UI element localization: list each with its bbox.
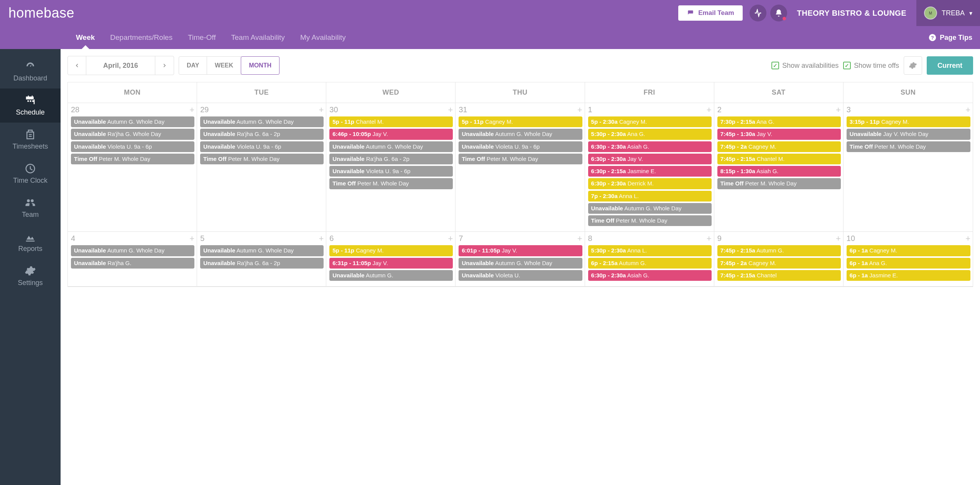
add-shift-button[interactable]: +	[707, 106, 712, 114]
subnav-tab-team-availability[interactable]: Team Availability	[224, 26, 293, 49]
calendar-event[interactable]: Unavailable Autumn G. Whole Day	[459, 129, 582, 139]
calendar-event[interactable]: 6:30p - 2:30a Derrick M.	[588, 178, 712, 189]
calendar-event[interactable]: 7:45p - 2:15a Chantel M.	[717, 154, 841, 164]
show-availabilities-checkbox[interactable]: ✓ Show availabilities	[771, 62, 839, 70]
calendar-event[interactable]: 3:15p - 11p Cagney M.	[847, 116, 970, 127]
sidebar-item-label: Timesheets	[13, 143, 48, 151]
sidebar-item-dashboard[interactable]: Dashboard	[0, 54, 61, 88]
prev-month-button[interactable]	[68, 56, 86, 75]
sidebar-item-timesheets[interactable]: Timesheets	[0, 123, 61, 157]
calendar-event[interactable]: Time Off Peter M. Whole Day	[717, 178, 841, 189]
subnav-tab-departments-roles[interactable]: Departments/Roles	[102, 26, 180, 49]
month-nav: April, 2016	[67, 56, 174, 75]
calendar-event[interactable]: 7:45p - 1:30a Jay V.	[717, 129, 841, 139]
dow-header: SUN	[844, 82, 973, 103]
calendar-event[interactable]: 6:30p - 2:30a Asiah G.	[588, 270, 712, 281]
calendar-event[interactable]: Unavailable Autumn G. Whole Day	[200, 116, 324, 127]
calendar-event[interactable]: 5p - 11p Cagney M.	[459, 116, 582, 127]
calendar-event[interactable]: 7:45p - 2a Cagney M.	[717, 141, 841, 152]
subnav-tab-my-availability[interactable]: My Availability	[293, 26, 354, 49]
calendar-event[interactable]: 7:30p - 2:15a Ana G.	[717, 116, 841, 127]
email-team-button[interactable]: Email Team	[678, 5, 742, 21]
sidebar-item-team[interactable]: Team	[0, 191, 61, 225]
view-day-button[interactable]: DAY	[179, 56, 207, 75]
calendar-event[interactable]: Unavailable Ra'jha G. 6a - 2p	[329, 154, 453, 164]
calendar-event[interactable]: 6p - 1a Cagney M.	[847, 245, 970, 256]
calendar-event[interactable]: Unavailable Violeta U. 9a - 6p	[71, 141, 194, 152]
add-shift-button[interactable]: +	[577, 106, 582, 114]
add-shift-button[interactable]: +	[448, 106, 453, 114]
calendar-event[interactable]: 6:30p - 2:30a Asiah G.	[588, 141, 712, 152]
calendar-event[interactable]: Unavailable Autumn G.	[329, 270, 453, 281]
view-week-button[interactable]: WEEK	[207, 56, 241, 75]
calendar-event[interactable]: Unavailable Ra'jha G. 6a - 2p	[200, 129, 324, 139]
add-shift-button[interactable]: +	[319, 234, 324, 243]
notifications-button[interactable]	[770, 5, 787, 21]
subnav-tab-time-off[interactable]: Time-Off	[180, 26, 224, 49]
calendar-event[interactable]: Unavailable Ra'jha G. 6a - 2p	[200, 258, 324, 269]
add-shift-button[interactable]: +	[836, 106, 841, 114]
calendar-event[interactable]: Time Off Peter M. Whole Day	[588, 215, 712, 226]
calendar-event[interactable]: Unavailable Autumn G. Whole Day	[588, 203, 712, 214]
calendar-event[interactable]: 7p - 2:30a Anna L.	[588, 191, 712, 202]
sidebar-item-time-clock[interactable]: Time Clock	[0, 157, 61, 191]
add-shift-button[interactable]: +	[448, 234, 453, 243]
sidebar-item-reports[interactable]: Reports	[0, 225, 61, 259]
calendar-event[interactable]: 8:15p - 1:30a Asiah G.	[717, 166, 841, 177]
sidebar-item-schedule[interactable]: Schedule	[0, 88, 61, 123]
calendar-event[interactable]: 6:01p - 11:05p Jay V.	[459, 245, 582, 256]
calendar-event[interactable]: 7:45p - 2:15a Autumn G.	[717, 245, 841, 256]
calendar-event[interactable]: Time Off Peter M. Whole Day	[71, 154, 194, 164]
calendar-event[interactable]: Unavailable Autumn G. Whole Day	[329, 141, 453, 152]
calendar-event[interactable]: Time Off Peter M. Whole Day	[459, 154, 582, 164]
calendar-event[interactable]: Unavailable Violeta U.	[459, 270, 582, 281]
calendar-event[interactable]: 6:30p - 2:30a Jay V.	[588, 154, 712, 164]
calendar-event[interactable]: 7:45p - 2a Cagney M.	[717, 258, 841, 269]
calendar-event[interactable]: 6:30p - 2:15a Jasmine E.	[588, 166, 712, 177]
calendar-event[interactable]: Unavailable Jay V. Whole Day	[847, 129, 970, 139]
calendar-event[interactable]: Unavailable Autumn G. Whole Day	[71, 245, 194, 256]
calendar-event[interactable]: 5p - 11p Cagney M.	[329, 245, 453, 256]
calendar-event[interactable]: 5p - 2:30a Cagney M.	[588, 116, 712, 127]
activity-button[interactable]	[750, 5, 766, 21]
calendar-event[interactable]: Time Off Peter M. Whole Day	[200, 154, 324, 164]
calendar-event[interactable]: 5:30p - 2:30a Ana G.	[588, 129, 712, 139]
add-shift-button[interactable]: +	[965, 234, 970, 243]
calendar-event[interactable]: 6p - 1a Jasmine E.	[847, 270, 970, 281]
user-menu[interactable]: M TREBA ▾	[916, 0, 980, 26]
calendar-event[interactable]: Unavailable Autumn G. Whole Day	[71, 116, 194, 127]
calendar-event[interactable]: Unavailable Violeta U. 9a - 6p	[200, 141, 324, 152]
calendar-event[interactable]: 5:30p - 2:30a Anna L.	[588, 245, 712, 256]
calendar-event[interactable]: 6p - 1a Ana G.	[847, 258, 970, 269]
settings-button[interactable]	[904, 56, 922, 75]
add-shift-button[interactable]: +	[189, 234, 194, 243]
show-timeoffs-checkbox[interactable]: ✓ Show time offs	[843, 62, 899, 70]
sidebar-item-settings[interactable]: Settings	[0, 259, 61, 293]
calendar-event[interactable]: Unavailable Autumn G. Whole Day	[200, 245, 324, 256]
page-tips-button[interactable]: ? Page Tips	[928, 26, 980, 49]
add-shift-button[interactable]: +	[836, 234, 841, 243]
view-month-button[interactable]: MONTH	[241, 56, 280, 75]
activity-icon	[754, 9, 762, 17]
calendar-event[interactable]: Unavailable Autumn G. Whole Day	[459, 258, 582, 269]
current-button[interactable]: Current	[927, 56, 973, 75]
calendar-event[interactable]: Unavailable Violeta U. 9a - 6p	[459, 141, 582, 152]
calendar-event[interactable]: Unavailable Violeta U. 9a - 6p	[329, 166, 453, 177]
calendar-event[interactable]: 6:31p - 11:05p Jay V.	[329, 258, 453, 269]
add-shift-button[interactable]: +	[189, 106, 194, 114]
calendar-event[interactable]: Time Off Peter M. Whole Day	[329, 178, 453, 189]
calendar-event[interactable]: Unavailable Ra'jha G.	[71, 258, 194, 269]
add-shift-button[interactable]: +	[319, 106, 324, 114]
next-month-button[interactable]	[155, 56, 174, 75]
add-shift-button[interactable]: +	[707, 234, 712, 243]
add-shift-button[interactable]: +	[965, 106, 970, 114]
calendar-event[interactable]: 5p - 11p Chantel M.	[329, 116, 453, 127]
calendar-event[interactable]: 6:46p - 10:05p Jay V.	[329, 129, 453, 139]
calendar-event[interactable]: Unavailable Ra'jha G. Whole Day	[71, 129, 194, 139]
subnav-tab-week[interactable]: Week	[68, 26, 102, 49]
current-label: Current	[937, 62, 962, 70]
add-shift-button[interactable]: +	[577, 234, 582, 243]
calendar-event[interactable]: 6p - 2:15a Autumn G.	[588, 258, 712, 269]
calendar-event[interactable]: Time Off Peter M. Whole Day	[847, 141, 970, 152]
calendar-event[interactable]: 7:45p - 2:15a Chantel	[717, 270, 841, 281]
